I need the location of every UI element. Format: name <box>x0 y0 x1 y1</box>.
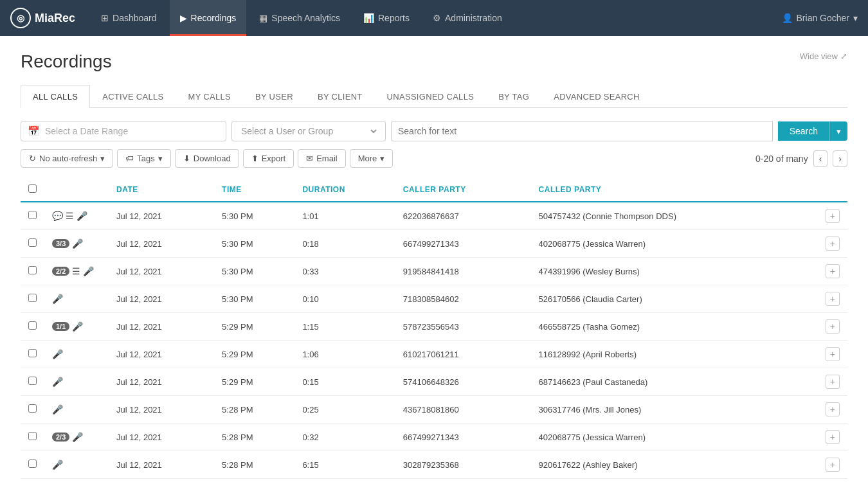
col-caller: CALLER PARTY <box>395 178 531 202</box>
table-row: 🎤Jul 12, 20215:29 PM1:066102170612111161… <box>21 341 847 368</box>
row-checkbox[interactable] <box>28 266 37 274</box>
row-expand-button[interactable]: + <box>826 430 840 444</box>
row-expand-button[interactable]: + <box>826 209 840 223</box>
row-time: 5:30 PM <box>214 202 294 230</box>
row-expand-button[interactable]: + <box>826 292 840 306</box>
row-time: 5:29 PM <box>214 313 294 341</box>
wide-view-button[interactable]: Wide view ⤢ <box>800 51 847 61</box>
auto-refresh-caret: ▾ <box>100 154 105 163</box>
brand-logo[interactable]: ◎ MiaRec <box>10 8 75 28</box>
nav-user[interactable]: 👤 Brian Gocher ▾ <box>782 13 858 23</box>
tab-by-user[interactable]: BY USER <box>243 85 305 108</box>
col-expand <box>796 178 847 202</box>
tab-by-client[interactable]: BY CLIENT <box>305 85 375 108</box>
table-row: 1/1🎤Jul 12, 20215:29 PM1:155787235565434… <box>21 313 847 341</box>
download-icon: ⬇ <box>183 154 190 163</box>
row-duration: 1:06 <box>294 341 395 368</box>
row-expand-button[interactable]: + <box>826 458 840 472</box>
pagination-next[interactable]: › <box>833 150 847 167</box>
recordings-table: DATE TIME DURATION CALLER PARTY CALLED P… <box>21 178 847 482</box>
email-button[interactable]: ✉ Email <box>298 149 346 168</box>
chat-icon: 💬 <box>52 211 63 221</box>
row-time: 5:30 PM <box>214 258 294 285</box>
row-expand-button[interactable]: + <box>826 237 840 251</box>
row-caller: 622036876637 <box>395 202 531 230</box>
nav-items: ⊞ Dashboard ▶ Recordings ▦ Speech Analyt… <box>91 0 781 36</box>
row-date: Jul 12, 2021 <box>109 396 214 424</box>
row-checkbox[interactable] <box>28 432 37 440</box>
user-group-field[interactable]: Select a User or Group <box>231 121 386 141</box>
row-duration: 6:15 <box>294 451 395 479</box>
nav-reports[interactable]: 📊 Reports <box>353 0 420 36</box>
row-date: Jul 12, 2021 <box>109 313 214 341</box>
tab-all-calls[interactable]: ALL CALLS <box>21 85 90 108</box>
mic-icon: 🎤 <box>72 238 83 249</box>
row-expand-button[interactable]: + <box>826 402 840 416</box>
row-duration: 1:01 <box>294 202 395 230</box>
row-called: 306317746 (Mrs. Jill Jones) <box>531 396 796 424</box>
tab-active-calls[interactable]: ACTIVE CALLS <box>90 85 176 108</box>
tab-by-tag[interactable]: BY TAG <box>486 85 541 108</box>
row-time: 5:30 PM <box>214 285 294 313</box>
table-row: 🎤Jul 12, 20215:28 PM2:388648525860411411… <box>21 479 847 483</box>
mic-icon: 🎤 <box>52 377 63 387</box>
page-title: Recordings <box>21 51 112 72</box>
row-duration: 0:33 <box>294 258 395 285</box>
nav-speech-analytics[interactable]: ▦ Speech Analytics <box>249 0 350 36</box>
mic-icon: 🎤 <box>52 294 63 304</box>
row-caller: 718308584602 <box>395 285 531 313</box>
row-duration: 0:18 <box>294 230 395 258</box>
row-duration: 0:10 <box>294 285 395 313</box>
row-icons: 🎤 <box>52 349 101 359</box>
nav-recordings[interactable]: ▶ Recordings <box>170 0 247 36</box>
row-checkbox[interactable] <box>28 238 37 247</box>
administration-icon: ⚙ <box>433 13 441 23</box>
auto-refresh-button[interactable]: ↻ No auto-refresh ▾ <box>21 149 113 168</box>
action-buttons: ↻ No auto-refresh ▾ 🏷 Tags ▾ ⬇ Download … <box>21 149 393 168</box>
date-range-field[interactable]: 📅 Select a Date Range <box>21 121 226 141</box>
tab-my-calls[interactable]: MY CALLS <box>176 85 243 108</box>
row-checkbox[interactable] <box>28 211 37 219</box>
tags-button[interactable]: 🏷 Tags ▾ <box>117 149 170 168</box>
search-button[interactable]: Search <box>778 121 829 141</box>
row-expand-button[interactable]: + <box>826 375 840 389</box>
row-expand-button[interactable]: + <box>826 347 840 361</box>
recording-badge: 1/1 <box>52 322 69 331</box>
col-date: DATE <box>109 178 214 202</box>
tags-caret: ▾ <box>158 154 163 163</box>
row-called: 920617622 (Ashley Baker) <box>531 451 796 479</box>
more-button[interactable]: More ▾ <box>350 149 393 168</box>
search-dropdown-button[interactable]: ▾ <box>829 121 847 141</box>
select-all-checkbox[interactable] <box>28 184 37 193</box>
nav-dashboard[interactable]: ⊞ Dashboard <box>91 0 167 36</box>
row-checkbox[interactable] <box>28 404 37 413</box>
recording-badge: 2/3 <box>52 433 69 442</box>
row-time: 5:28 PM <box>214 479 294 483</box>
row-checkbox[interactable] <box>28 460 37 468</box>
row-checkbox[interactable] <box>28 377 37 385</box>
row-checkbox[interactable] <box>28 349 37 357</box>
export-button[interactable]: ⬆ Export <box>243 149 294 168</box>
search-text-input[interactable] <box>391 121 773 141</box>
refresh-icon: ↻ <box>29 154 36 163</box>
row-checkbox[interactable] <box>28 294 37 302</box>
row-duration: 2:38 <box>294 479 395 483</box>
col-icons <box>44 178 109 202</box>
table-row: 2/3🎤Jul 12, 20215:28 PM0:326674992713434… <box>21 424 847 451</box>
row-duration: 1:15 <box>294 313 395 341</box>
row-caller: 302879235368 <box>395 451 531 479</box>
row-checkbox[interactable] <box>28 321 37 330</box>
pagination: 0-20 of many ‹ › <box>755 150 847 167</box>
pagination-prev[interactable]: ‹ <box>813 150 828 167</box>
tab-advanced-search[interactable]: ADVANCED SEARCH <box>541 85 652 108</box>
row-expand-button[interactable]: + <box>826 264 840 278</box>
user-group-select[interactable]: Select a User or Group <box>239 125 379 137</box>
tab-unassigned-calls[interactable]: UNASSIGNED CALLS <box>375 85 487 108</box>
row-duration: 0:15 <box>294 368 395 396</box>
row-expand-button[interactable]: + <box>826 319 840 334</box>
download-button[interactable]: ⬇ Download <box>175 149 239 168</box>
search-btn-group: Search ▾ <box>778 121 847 141</box>
nav-administration[interactable]: ⚙ Administration <box>422 0 512 36</box>
row-caller: 610217061211 <box>395 341 531 368</box>
row-date: Jul 12, 2021 <box>109 230 214 258</box>
